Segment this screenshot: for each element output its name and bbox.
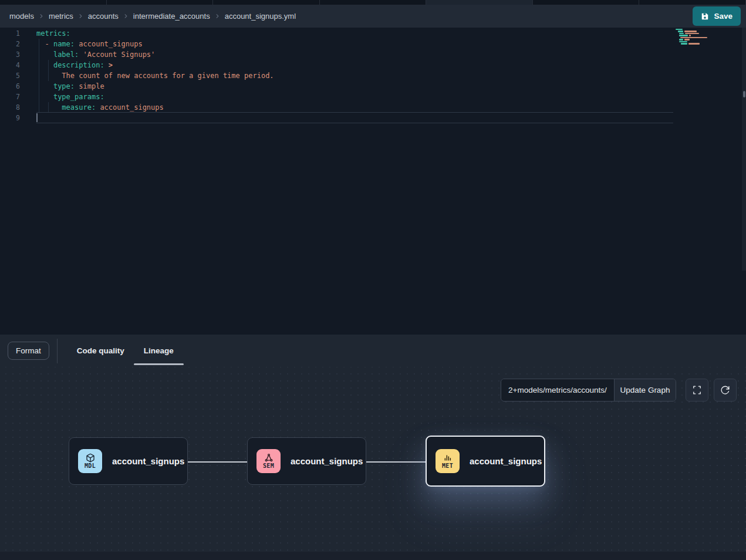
- line-number: 8: [0, 102, 26, 113]
- node-label: account_signups: [470, 456, 542, 466]
- lineage-selector-group: Update Graph: [501, 379, 676, 402]
- minimap-line: [676, 37, 713, 38]
- node-label: account_signups: [291, 456, 363, 466]
- lineage-selector-input[interactable]: [501, 379, 614, 401]
- badge-label: MDL: [85, 463, 96, 469]
- code-line: 9: [0, 113, 746, 123]
- lineage-node-sem[interactable]: SEMaccount_signups: [247, 437, 366, 485]
- chevron-right-icon: [77, 13, 84, 19]
- refresh-button[interactable]: [714, 379, 737, 402]
- lineage-node-mdl[interactable]: MDLaccount_signups: [69, 437, 188, 485]
- editor-tab[interactable]: [107, 0, 214, 5]
- breadcrumb-item[interactable]: metrics: [49, 12, 73, 21]
- code-line: 2 - name: account_signups: [0, 39, 746, 49]
- editor-tab[interactable]: [0, 0, 107, 5]
- tab-lineage[interactable]: Lineage: [144, 346, 174, 355]
- editor-tab[interactable]: [533, 0, 640, 5]
- code-line: 8 measure: account_signups: [0, 102, 746, 113]
- minimap[interactable]: [676, 29, 713, 45]
- breadcrumb-item[interactable]: models: [9, 12, 34, 21]
- lineage-node-met[interactable]: METaccount_signups: [426, 436, 545, 487]
- minimap-line: [676, 33, 713, 34]
- node-badge: SEM: [256, 449, 281, 473]
- code-editor[interactable]: 1metrics:2 - name: account_signups3 labe…: [0, 28, 746, 335]
- code-line: 7 type_params:: [0, 92, 746, 102]
- fullscreen-button[interactable]: [686, 379, 708, 402]
- minimap-line: [676, 39, 713, 40]
- node-badge: MET: [436, 449, 460, 473]
- semantic-graph-icon: [264, 453, 274, 463]
- minimap-line: [676, 41, 713, 42]
- line-number: 6: [0, 81, 26, 92]
- text-cursor: [36, 113, 38, 122]
- line-number: 3: [0, 49, 26, 60]
- fullscreen-icon: [692, 385, 702, 395]
- code-line: 4 description: >: [0, 60, 746, 70]
- format-button[interactable]: Format: [8, 342, 49, 360]
- floppy-save-icon: [701, 12, 709, 21]
- editor-tab[interactable]: [320, 0, 427, 5]
- tab-code-quality[interactable]: Code quality: [77, 346, 124, 355]
- chevron-right-icon: [38, 13, 45, 19]
- chevron-right-icon: [123, 13, 129, 19]
- line-number: 1: [0, 28, 26, 39]
- metric-bars-icon: [443, 453, 453, 463]
- ide-window: modelsmetricsaccountsintermediate_accoun…: [0, 0, 746, 560]
- code-line: 6 type: simple: [0, 81, 746, 92]
- line-number: 2: [0, 39, 26, 49]
- node-label: account_signups: [112, 456, 184, 466]
- editor-tab-strip: [0, 0, 746, 5]
- breadcrumb-bar: modelsmetricsaccountsintermediate_accoun…: [0, 5, 746, 28]
- editor-scrollbar[interactable]: [742, 28, 746, 271]
- breadcrumb-item[interactable]: account_signups.yml: [225, 12, 296, 21]
- minimap-line: [676, 35, 713, 36]
- code-area: 1metrics:2 - name: account_signups3 labe…: [0, 28, 746, 123]
- node-badge: MDL: [78, 449, 102, 473]
- code-line: 1metrics:: [0, 28, 746, 39]
- lineage-canvas[interactable]: Update Graph MDLaccount_signupsSEMaccoun…: [0, 367, 746, 560]
- editor-tab[interactable]: [426, 0, 533, 5]
- status-strip: [0, 552, 746, 560]
- scrollbar-thumb[interactable]: [743, 91, 745, 97]
- model-cube-icon: [86, 453, 95, 463]
- line-number: 7: [0, 92, 26, 102]
- save-button[interactable]: Save: [693, 6, 741, 26]
- save-button-label: Save: [714, 12, 733, 21]
- header-divider: [57, 339, 58, 363]
- line-number: 5: [0, 70, 26, 81]
- lineage-edge: [366, 461, 427, 463]
- badge-label: MET: [442, 463, 453, 469]
- bottom-panel: Format Code quality Lineage Update Graph: [0, 335, 746, 560]
- breadcrumb-item[interactable]: intermediate_accounts: [133, 12, 210, 21]
- line-number: 4: [0, 60, 26, 70]
- minimap-line: [676, 43, 713, 44]
- refresh-icon: [720, 385, 730, 395]
- code-line: 3 label: 'Account Signups': [0, 49, 746, 60]
- editor-tab[interactable]: [639, 0, 746, 5]
- badge-label: SEM: [263, 463, 274, 469]
- chevron-right-icon: [214, 13, 221, 19]
- breadcrumb-item[interactable]: accounts: [88, 12, 119, 21]
- minimap-line: [676, 31, 713, 32]
- lineage-edge: [188, 461, 247, 463]
- panel-header: Format Code quality Lineage: [0, 335, 746, 367]
- editor-tab[interactable]: [213, 0, 320, 5]
- line-number: 9: [0, 113, 26, 123]
- update-graph-button[interactable]: Update Graph: [614, 379, 676, 401]
- minimap-line: [676, 29, 713, 30]
- code-line: 5 The count of new accounts for a given …: [0, 70, 746, 81]
- breadcrumb: modelsmetricsaccountsintermediate_accoun…: [9, 12, 296, 21]
